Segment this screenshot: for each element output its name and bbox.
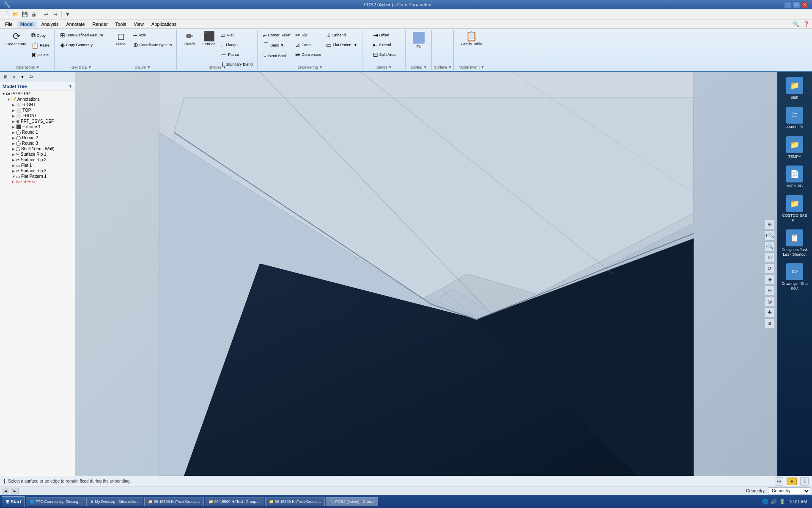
search-button[interactable]: 🔍: [792, 20, 800, 28]
status-right-icon2[interactable]: ⊡: [800, 477, 809, 486]
menu-tools[interactable]: Tools: [112, 21, 130, 28]
menu-analysis[interactable]: Analysis: [38, 21, 62, 28]
rip-button[interactable]: ✂ Rip: [293, 30, 323, 40]
regenerate-button[interactable]: ⟳ Regenerate: [4, 30, 28, 47]
layer-icon[interactable]: ≡: [765, 318, 775, 329]
fit-icon[interactable]: ⊡: [765, 252, 775, 262]
tray-network-icon[interactable]: 🌐: [762, 498, 769, 505]
form-button[interactable]: ⊿ Form: [293, 40, 323, 50]
corner-relief-button[interactable]: ⌐ Corner Relief: [261, 30, 292, 40]
qa-print-button[interactable]: 🖨: [30, 10, 38, 19]
desktop-icon-tempy[interactable]: 📁TEMPY: [780, 135, 809, 161]
status-indicator[interactable]: ■: [787, 478, 797, 485]
flat-button[interactable]: ▱ Flat: [219, 30, 255, 40]
paste-button[interactable]: 📋 Paste: [29, 41, 52, 50]
menu-applications[interactable]: Applications: [148, 21, 180, 28]
planar-button[interactable]: ▭ Planar: [219, 50, 255, 59]
menu-model[interactable]: Model: [17, 21, 37, 28]
tray-battery-icon[interactable]: 🔋: [779, 498, 786, 505]
tree-item-prt_csys_def[interactable]: ▶⊕PRT_CSYS_DEF: [0, 119, 75, 124]
tree-item-surfrip2[interactable]: ▶✂Surface Rip 2: [0, 157, 75, 163]
tree-item-surfrip3[interactable]: ▶✂Surface Rip 3: [0, 168, 75, 174]
copy-button[interactable]: ⧉ Copy: [29, 30, 52, 40]
menu-annotate[interactable]: Annotate: [63, 21, 88, 28]
user-defined-feature-button[interactable]: ⊞ User-Defined Feature: [58, 30, 105, 40]
offset-button[interactable]: ⇥ Offset: [371, 30, 398, 40]
tree-item-top[interactable]: ▶⬜TOP: [0, 108, 75, 113]
sketch-button[interactable]: ✏ Sketch: [180, 30, 199, 47]
flange-button[interactable]: ⌐ Flange: [219, 40, 255, 50]
display-style-icon[interactable]: ◈: [765, 274, 775, 284]
datum-display-icon[interactable]: ◎: [765, 296, 775, 306]
zoom-out-icon[interactable]: -🔍: [765, 241, 775, 251]
maximize-button[interactable]: □: [793, 1, 800, 8]
qa-redo-button[interactable]: ↪: [51, 10, 60, 19]
menu-render[interactable]: Render: [89, 21, 111, 28]
tree-item-front[interactable]: ▶⬜FRONT: [0, 113, 75, 119]
model-tree-content[interactable]: ▼🗂PGS2.PRT▼📝Annotations▶⬜RIGHT▶⬜TOP▶⬜FRO…: [0, 91, 75, 476]
tree-item-pgs2prt[interactable]: ▼🗂PGS2.PRT: [0, 91, 75, 97]
taskbar-item-my-desktop---citrix-[interactable]: 🖥My Desktop - Citrix onlin...: [86, 497, 143, 506]
qa-open-button[interactable]: 📂: [11, 10, 19, 19]
desktop-icon-drawings---shortcut[interactable]: ✏Drawings - Shortcut: [780, 262, 809, 293]
taskbar-item-ptc-community--closi[interactable]: 🌐PTC Community: Closing...: [26, 497, 85, 506]
axis-button[interactable]: ┼ Axis: [131, 30, 174, 40]
section-icon[interactable]: ⊟: [765, 285, 775, 295]
extrude-button[interactable]: ⬛ Extrude: [200, 30, 218, 47]
qa-extra-button[interactable]: ▼: [63, 10, 72, 19]
panel-tool-2[interactable]: ≡: [10, 73, 18, 81]
panel-tool-1[interactable]: ⊞: [2, 73, 9, 81]
tree-item-flatpat1[interactable]: ▼▭Flat Pattern 1: [0, 174, 75, 179]
repaint-icon[interactable]: ⟳: [765, 263, 775, 273]
tree-item-inserthere[interactable]: ➤Insert Here: [0, 179, 75, 185]
flat-pattern-button[interactable]: ▭ Flat Pattern ▼: [324, 40, 359, 50]
orient-icon[interactable]: ⊞: [765, 219, 775, 229]
panel-settings-button[interactable]: ⚙: [27, 73, 35, 81]
scroll-left-button[interactable]: ◄: [2, 488, 9, 494]
tray-volume-icon[interactable]: 🔊: [771, 498, 777, 505]
tree-item-round1[interactable]: ▶◯Round 1: [0, 130, 75, 135]
taskbar-item-99-15509-h--tech-gro[interactable]: 📁99-15509 H:\Tech-Group....: [205, 497, 264, 506]
desktop-icon-99-50000-b---[interactable]: 🗂99-50000.b...: [780, 105, 809, 131]
menu-view[interactable]: View: [130, 21, 147, 28]
conversion-button[interactable]: ⇌ Conversion: [293, 50, 323, 59]
coord-system-button[interactable]: ⊕ Coordinate System: [131, 40, 174, 50]
tree-item-round2[interactable]: ▶◯Round 2: [0, 135, 75, 141]
viewport[interactable]: ⊞ +🔍 -🔍 ⊡ ⟳ ◈ ⊟ ◎ ✚ ≡: [75, 72, 777, 476]
annotation-display-icon[interactable]: ✚: [765, 307, 775, 318]
tree-item-shell1[interactable]: ▶⬚Shell 1(First Wall): [0, 146, 75, 152]
zoom-in-icon[interactable]: +🔍: [765, 230, 775, 240]
taskbar-item-99-15509-h--tech-gro[interactable]: 📁99-15509 H:\Tech-Group....: [144, 497, 204, 506]
tree-item-surfrip1[interactable]: ▶✂Surface Rip 1: [0, 152, 75, 157]
taskbar-item-pgs2--active----creo[interactable]: 🔧PGS2 (Active) - Creo...: [326, 497, 378, 506]
tree-item-flat1[interactable]: ▶▭Flat 1: [0, 163, 75, 168]
panel-expand-button[interactable]: ▼: [19, 73, 26, 81]
plane-button[interactable]: ◻ Plane: [112, 30, 130, 47]
status-right-icon1[interactable]: ⊙: [775, 477, 783, 486]
desktop-icon-costco-bask---[interactable]: 📁COSTCO BASK...: [780, 193, 809, 224]
tree-item-extrude1[interactable]: ▶⬛Extrude 1: [0, 124, 75, 130]
family-table-button[interactable]: 📋 Family Table: [459, 30, 484, 47]
bend-button[interactable]: ⌒ Bend ▼: [261, 40, 292, 50]
scroll-right-button[interactable]: ►: [11, 488, 19, 494]
desktop-icon-stuff[interactable]: 📁stuff: [780, 75, 809, 102]
bend-back-button[interactable]: ⌣ Bend Back: [261, 51, 292, 61]
unbend-button[interactable]: ⇓ Unbend: [324, 30, 359, 40]
geometry-select[interactable]: GeometryMasterSimplified Rep: [768, 487, 810, 495]
tree-item-annotations[interactable]: ▼📝Annotations: [0, 97, 75, 102]
minimize-button[interactable]: ─: [784, 1, 792, 8]
copy-geometry-button[interactable]: ◈ Copy Geometry: [58, 40, 105, 50]
start-button[interactable]: ⊞ Start: [2, 496, 25, 507]
delete-button[interactable]: ✖ Delete: [29, 50, 52, 60]
split-area-button[interactable]: ⊟ Split Area: [371, 50, 398, 59]
qa-save-button[interactable]: 💾: [20, 10, 29, 19]
qa-undo-button[interactable]: ↩: [42, 10, 50, 19]
extend-button[interactable]: ⇤ Extend: [371, 40, 398, 50]
desktop-icon-mica-jig[interactable]: 📄MICA JIG: [780, 164, 809, 190]
tree-item-right[interactable]: ▶⬜RIGHT: [0, 102, 75, 108]
desktop-icon-designers-task-list---shortcut[interactable]: 📋Designers Task List - Shortcut: [780, 228, 809, 259]
close-button[interactable]: ✕: [801, 1, 809, 8]
qa-new-button[interactable]: 📄: [2, 10, 10, 19]
help-button[interactable]: ❓: [802, 20, 810, 28]
fill-button[interactable]: Fill: [409, 30, 428, 50]
